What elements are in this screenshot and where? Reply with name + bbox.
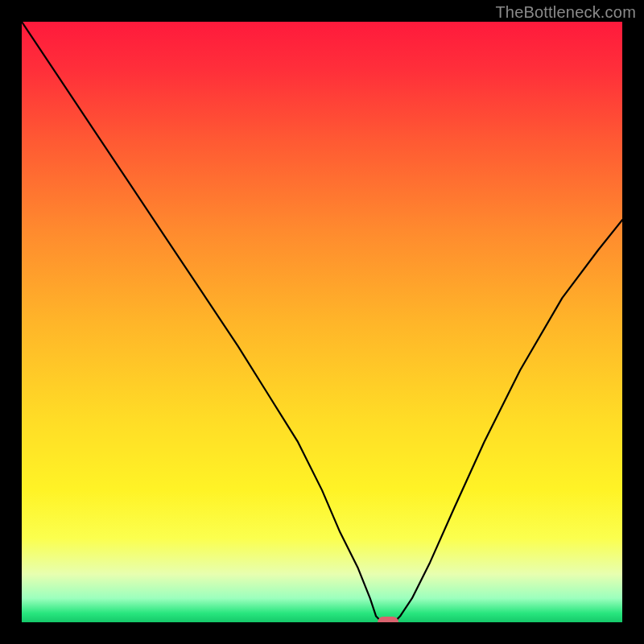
chart-frame: TheBottleneck.com [0,0,644,644]
watermark-text: TheBottleneck.com [495,3,636,22]
bottleneck-curve [22,22,622,622]
optimum-marker [378,617,398,622]
plot-area [22,22,622,622]
chart-svg [22,22,622,622]
